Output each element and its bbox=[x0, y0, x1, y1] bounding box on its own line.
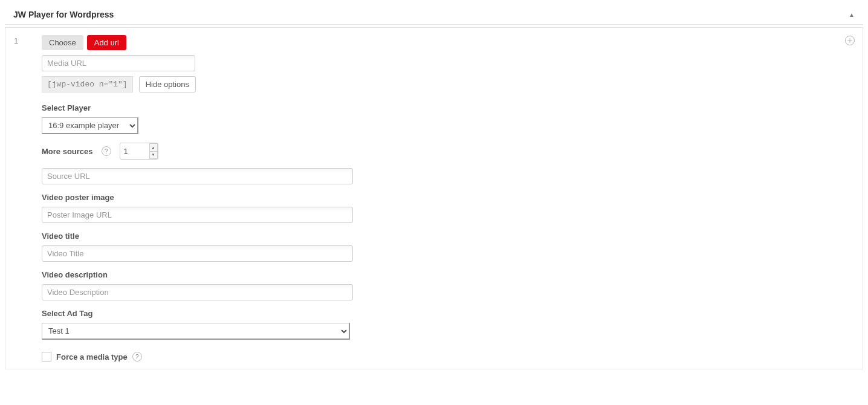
select-player-label: Select Player bbox=[42, 103, 855, 112]
shortcode-row: [jwp-video n="1"] Hide options bbox=[42, 76, 855, 92]
help-icon[interactable]: ? bbox=[102, 146, 111, 156]
poster-url-input[interactable] bbox=[42, 207, 353, 223]
spinner: ▲ ▼ bbox=[149, 143, 158, 159]
ad-tag-label: Select Ad Tag bbox=[42, 309, 855, 318]
poster-group: Video poster image bbox=[42, 193, 855, 223]
more-sources-stepper: ▲ ▼ bbox=[120, 143, 158, 160]
content-area: Choose Add url [jwp-video n="1"] Hide op… bbox=[42, 35, 855, 361]
help-icon[interactable]: ? bbox=[132, 352, 142, 361]
ad-tag-group: Select Ad Tag Test 1 bbox=[42, 309, 855, 340]
video-desc-label: Video description bbox=[42, 270, 855, 279]
panel-header: JW Player for Wordpress ▲ bbox=[5, 5, 863, 25]
video-title-input[interactable] bbox=[42, 245, 353, 262]
media-url-input[interactable] bbox=[42, 55, 195, 71]
ad-tag-dropdown[interactable]: Test 1 bbox=[42, 323, 350, 340]
select-player-dropdown[interactable]: 16:9 example player bbox=[42, 117, 138, 134]
select-player-group: Select Player 16:9 example player bbox=[42, 103, 855, 134]
panel-body: 1 Choose Add url [jwp-video n="1"] Hide … bbox=[5, 27, 863, 369]
more-sources-label: More sources bbox=[42, 147, 93, 156]
force-media-label: Force a media type bbox=[56, 352, 128, 361]
add-url-button[interactable]: Add url bbox=[87, 35, 126, 50]
video-desc-group: Video description bbox=[42, 270, 855, 300]
video-desc-input[interactable] bbox=[42, 284, 353, 300]
hide-options-button[interactable]: Hide options bbox=[139, 76, 196, 92]
force-media-checkbox[interactable] bbox=[42, 352, 51, 361]
collapse-toggle-icon[interactable]: ▲ bbox=[849, 11, 855, 18]
add-item-icon[interactable] bbox=[844, 35, 855, 46]
shortcode-display: [jwp-video n="1"] bbox=[42, 76, 133, 92]
force-media-row: Force a media type ? bbox=[42, 352, 855, 361]
more-sources-row: More sources ? ▲ ▼ bbox=[42, 143, 855, 160]
spinner-down-icon[interactable]: ▼ bbox=[149, 151, 158, 160]
panel-title: JW Player for Wordpress bbox=[13, 10, 114, 19]
item-number: 1 bbox=[14, 36, 18, 45]
choose-button[interactable]: Choose bbox=[42, 35, 83, 50]
poster-label: Video poster image bbox=[42, 193, 855, 202]
button-row: Choose Add url bbox=[42, 35, 855, 50]
source-url-input[interactable] bbox=[42, 168, 353, 184]
video-title-group: Video title bbox=[42, 232, 855, 262]
panel-container: JW Player for Wordpress ▲ 1 Choose Add u… bbox=[5, 5, 863, 369]
spinner-up-icon[interactable]: ▲ bbox=[149, 143, 158, 151]
video-title-label: Video title bbox=[42, 232, 855, 241]
source-url-group bbox=[42, 168, 855, 184]
